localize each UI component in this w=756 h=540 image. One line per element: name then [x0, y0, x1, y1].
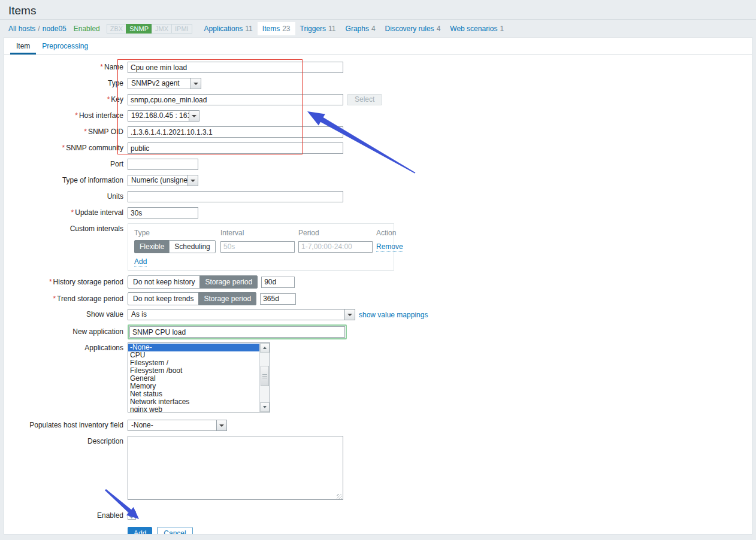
tab-preprocessing[interactable]: Preprocessing: [36, 38, 94, 54]
add-button[interactable]: Add: [128, 527, 152, 535]
trends-do-not-keep-button[interactable]: Do not keep trends: [128, 292, 199, 305]
scroll-up-icon[interactable]: [260, 343, 270, 353]
type-of-information-row: Type of information Numeric (unsigned): [4, 175, 752, 186]
breadcrumb-separator: /: [38, 25, 40, 33]
ipmi-availability-badge: IPMI: [171, 24, 192, 34]
show-value-mappings-link[interactable]: show value mappings: [359, 311, 428, 319]
units-row: Units: [4, 191, 752, 202]
name-input[interactable]: [128, 62, 343, 73]
form-actions-row: Add Cancel: [4, 527, 752, 535]
interface-availability-badges: ZBX SNMP JMX IPMI: [107, 24, 192, 34]
history-row: *History storage period Do not keep hist…: [4, 275, 752, 289]
history-period-input[interactable]: [261, 277, 295, 288]
new-application-label: New application: [72, 327, 123, 336]
snmp-community-row: *SNMP community: [4, 142, 752, 154]
ci-header-action: Action: [376, 229, 396, 237]
snmp-oid-label: SNMP OID: [88, 128, 123, 136]
show-value-label: Show value: [86, 310, 123, 318]
chevron-down-icon[interactable]: [189, 111, 199, 121]
description-textarea[interactable]: [128, 436, 343, 500]
breadcrumb-all-hosts-link[interactable]: All hosts: [8, 25, 35, 33]
name-row: *Name: [4, 62, 752, 73]
applications-row: Applications -None- CPU Filesystem / Fil…: [4, 342, 752, 412]
custom-intervals-label: Custom intervals: [70, 225, 123, 233]
port-label: Port: [110, 160, 123, 168]
page-header: Items: [0, 0, 756, 20]
nav-applications[interactable]: Applications11: [199, 22, 258, 35]
inventory-field-row: Populates host inventory field -None-: [4, 420, 752, 431]
type-of-information-select[interactable]: Numeric (unsigned): [128, 175, 198, 186]
enabled-label: Enabled: [97, 511, 123, 520]
key-input[interactable]: [128, 94, 343, 105]
ci-add-link[interactable]: Add: [134, 257, 147, 266]
host-status-enabled[interactable]: Enabled: [74, 25, 100, 33]
snmp-availability-badge: SNMP: [126, 24, 152, 34]
trends-storage-period-button[interactable]: Storage period: [198, 292, 256, 305]
inventory-field-select[interactable]: -None-: [128, 420, 227, 431]
snmp-oid-input[interactable]: [128, 126, 343, 138]
application-option[interactable]: nginx web: [128, 406, 259, 412]
ci-interval-input[interactable]: [220, 241, 295, 253]
ci-header-period: Period: [298, 229, 373, 237]
enabled-checkbox[interactable]: [128, 511, 136, 520]
form-tabs: Item Preprocessing: [4, 38, 752, 55]
ci-period-input[interactable]: [298, 241, 373, 253]
scroll-down-icon[interactable]: [260, 402, 270, 412]
update-interval-row: *Update interval: [4, 207, 752, 219]
nav-graphs[interactable]: Graphs4: [341, 22, 380, 35]
applications-label: Applications: [84, 344, 123, 352]
applications-listbox[interactable]: -None- CPU Filesystem / Filesystem /boot…: [128, 342, 270, 412]
history-do-not-keep-button[interactable]: Do not keep history: [128, 275, 200, 289]
scrollbar-thumb[interactable]: [261, 366, 269, 386]
zbx-availability-badge: ZBX: [107, 24, 126, 34]
host-interface-row: *Host interface 192.168.0.45 : 161: [4, 110, 752, 122]
history-storage-period-button[interactable]: Storage period: [199, 275, 258, 289]
custom-interval-row: Flexible Scheduling Remove: [134, 240, 388, 253]
update-interval-input[interactable]: [128, 207, 198, 219]
ci-flexible-button[interactable]: Flexible: [134, 240, 170, 253]
update-interval-label: Update interval: [75, 208, 123, 217]
host-interface-label: Host interface: [79, 111, 123, 120]
show-value-row: Show value As is show value mappings: [4, 309, 752, 320]
history-label: History storage period: [53, 278, 123, 286]
chevron-down-icon[interactable]: [188, 175, 198, 186]
chevron-down-icon[interactable]: [190, 78, 201, 89]
trends-period-input[interactable]: [260, 293, 296, 305]
nav-discovery-rules[interactable]: Discovery rules4: [380, 22, 446, 35]
description-label: Description: [87, 437, 123, 445]
applications-scrollbar[interactable]: [259, 343, 270, 412]
page-title: Items: [8, 4, 748, 17]
type-select[interactable]: SNMPv2 agent: [128, 78, 201, 89]
custom-intervals-row: Custom intervals Type Interval Period Ac…: [4, 223, 752, 271]
new-application-highlight: [128, 324, 347, 339]
description-row: Description: [4, 436, 752, 502]
new-application-input[interactable]: [129, 326, 345, 338]
trends-row: *Trend storage period Do not keep trends…: [4, 292, 752, 305]
nav-triggers[interactable]: Triggers11: [295, 22, 341, 35]
host-interface-select[interactable]: 192.168.0.45 : 161: [128, 110, 199, 122]
port-input[interactable]: [128, 159, 198, 170]
show-value-select[interactable]: As is: [128, 309, 355, 320]
snmp-community-label: SNMP community: [66, 144, 123, 152]
cancel-button[interactable]: Cancel: [157, 527, 192, 535]
key-select-button[interactable]: Select: [347, 94, 382, 105]
history-toggle: Do not keep history Storage period: [128, 275, 258, 289]
tab-item[interactable]: Item: [10, 38, 36, 54]
snmp-oid-row: *SNMP OID: [4, 126, 752, 138]
application-option[interactable]: -None-: [128, 344, 259, 351]
nav-items[interactable]: Items23: [258, 22, 295, 35]
enabled-row: Enabled: [4, 510, 752, 521]
ci-header-interval: Interval: [220, 229, 295, 237]
type-of-information-label: Type of information: [62, 176, 123, 184]
chevron-down-icon[interactable]: [344, 310, 355, 320]
ci-scheduling-button[interactable]: Scheduling: [169, 240, 215, 253]
jmx-availability-badge: JMX: [152, 24, 172, 34]
ci-remove-link[interactable]: Remove: [376, 242, 403, 251]
units-input[interactable]: [128, 191, 343, 202]
chevron-down-icon[interactable]: [216, 420, 226, 430]
item-form: *Name Type SNMPv2 agent *Key Select *Hos…: [4, 55, 752, 535]
item-form-panel: Item Preprocessing *Name Type SNMPv2 age…: [4, 37, 752, 535]
nav-web-scenarios[interactable]: Web scenarios1: [445, 22, 509, 35]
snmp-community-input[interactable]: [128, 142, 343, 154]
breadcrumb-host-link[interactable]: node05: [43, 25, 66, 33]
